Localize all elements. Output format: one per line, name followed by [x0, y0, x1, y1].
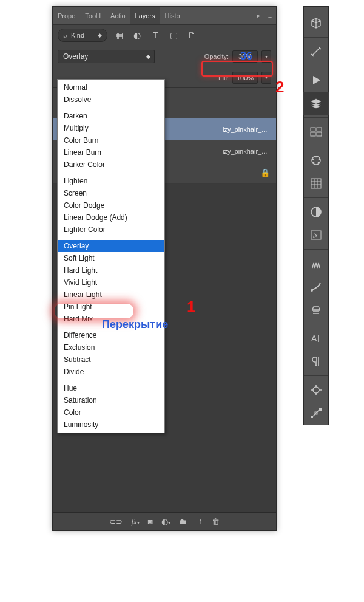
link-layers-icon[interactable]: ⊂⊃ [109, 517, 123, 526]
blend-normal[interactable]: Normal [58, 81, 164, 94]
rail-brush-icon[interactable] [303, 275, 329, 298]
svg-rect-1 [317, 128, 322, 131]
blend-lighter-color[interactable]: Lighter Color [58, 224, 164, 236]
rail-color-grid-icon[interactable] [303, 172, 329, 195]
right-panel-rail: fx A [303, 6, 329, 425]
svg-rect-0 [311, 128, 315, 131]
annotation-2: 2 [275, 78, 284, 97]
opacity-label: Opacity: [204, 53, 229, 60]
layer-name: izy_pinkhair_... [223, 126, 267, 133]
rail-character-icon[interactable]: A [303, 327, 329, 350]
fill-dropdown-icon[interactable]: ▾ [261, 72, 271, 84]
svg-point-9 [312, 159, 314, 160]
svg-text:fx: fx [313, 232, 318, 239]
blend-linear-burn[interactable]: Linear Burn [58, 146, 164, 159]
svg-point-14 [311, 289, 313, 292]
blend-subtract[interactable]: Subtract [58, 354, 164, 366]
chevron-updown-icon: ◆ [146, 54, 150, 59]
rail-swatches-icon[interactable] [303, 149, 329, 172]
svg-point-7 [318, 162, 320, 164]
tab-overflow-icon[interactable]: ▸▸ [251, 12, 264, 19]
rail-channels-icon[interactable] [303, 120, 329, 143]
svg-point-5 [315, 156, 317, 158]
rail-styles-icon[interactable]: fx [303, 224, 329, 247]
filter-shape-icon[interactable]: ▢ [167, 29, 180, 42]
blend-screen[interactable]: Screen [58, 187, 164, 199]
fill-value[interactable]: 100% [232, 72, 258, 84]
rail-paths-icon[interactable] [303, 402, 329, 425]
filter-kind-label: Kind [71, 32, 84, 39]
blend-darken[interactable]: Darken [58, 110, 164, 122]
svg-rect-2 [311, 132, 315, 136]
filter-pixel-icon[interactable]: ▦ [112, 29, 126, 42]
blend-hard-mix[interactable]: Hard Mix [58, 313, 164, 325]
blend-mode-select[interactable]: Overlay ◆ [58, 50, 155, 63]
tab-tool-presets[interactable]: Tool l [80, 7, 106, 24]
blend-color-burn[interactable]: Color Burn [58, 134, 164, 146]
rail-navigator-icon[interactable] [303, 378, 329, 402]
svg-rect-10 [311, 179, 321, 188]
new-group-icon[interactable]: 🖿 [179, 517, 187, 526]
blend-luminosity[interactable]: Luminosity [58, 419, 164, 431]
delete-layer-icon[interactable]: 🗑 [212, 517, 220, 526]
blend-hard-light[interactable]: Hard Light [58, 264, 164, 276]
search-icon: ⌕ [63, 32, 67, 39]
rail-play-icon[interactable] [303, 69, 329, 92]
opacity-dropdown-icon[interactable]: ▾ [261, 50, 271, 63]
rail-brushes-icon[interactable] [303, 252, 329, 275]
blend-color-dodge[interactable]: Color Dodge [58, 199, 164, 211]
blend-pin-light[interactable]: Pin Light [58, 301, 164, 313]
layer-name: izy_pinkhair_... [223, 148, 267, 155]
filter-adjustment-icon[interactable]: ◐ [130, 29, 144, 42]
filter-type-icon[interactable]: T [149, 29, 162, 42]
blend-overlay[interactable]: Overlay [58, 240, 164, 252]
blend-hue[interactable]: Hue [58, 382, 164, 394]
blend-saturation[interactable]: Saturation [58, 394, 164, 406]
blend-vivid-light[interactable]: Vivid Light [58, 276, 164, 289]
blend-difference[interactable]: Difference [58, 329, 164, 341]
blend-color[interactable]: Color [58, 406, 164, 419]
blend-soft-light[interactable]: Soft Light [58, 252, 164, 264]
layer-fx-icon[interactable]: fx▾ [131, 517, 139, 527]
blend-linear-dodge[interactable]: Linear Dodge (Add) [58, 211, 164, 224]
rail-adjustments-icon[interactable] [303, 200, 329, 224]
blend-dissolve[interactable]: Dissolve [58, 94, 164, 106]
svg-point-6 [318, 159, 320, 160]
blend-divide[interactable]: Divide [58, 366, 164, 378]
layer-mask-icon[interactable]: ◙ [148, 517, 153, 526]
panel-tabs: Prope Tool l Actio Layers Histo ▸▸ ≡ [53, 7, 276, 25]
opacity-value[interactable]: 36% [232, 50, 258, 63]
layer-filter-row: ⌕ Kind ◆ ▦ ◐ T ▢ 🗋 [53, 25, 276, 46]
layers-footer: ⊂⊃ fx▾ ◙ ◐▾ 🖿 🗋 🗑 [53, 512, 276, 530]
fill-label: Fill: [218, 74, 229, 81]
rail-paragraph-icon[interactable] [303, 350, 329, 373]
rail-3d-icon[interactable] [303, 12, 329, 35]
svg-point-8 [313, 162, 315, 164]
rail-clone-icon[interactable] [303, 298, 329, 321]
blend-lighten[interactable]: Lighten [58, 175, 164, 187]
tab-properties[interactable]: Prope [53, 7, 80, 24]
blend-exclusion[interactable]: Exclusion [58, 341, 164, 354]
rail-tools-icon[interactable] [303, 40, 329, 63]
chevron-updown-icon: ◆ [98, 33, 102, 38]
lock-icon: 🔒 [260, 168, 270, 177]
blend-darker-color[interactable]: Darker Color [58, 159, 164, 171]
blend-linear-light[interactable]: Linear Light [58, 289, 164, 301]
svg-rect-17 [311, 416, 313, 418]
tab-history[interactable]: Histo [160, 7, 185, 24]
blend-mode-value: Overlay [63, 52, 88, 61]
panel-menu-icon[interactable]: ≡ [264, 12, 276, 19]
rail-layers-icon[interactable] [303, 92, 329, 115]
filter-kind-select[interactable]: ⌕ Kind ◆ [58, 29, 107, 42]
filter-smart-icon[interactable]: 🗋 [185, 29, 198, 42]
svg-text:A: A [311, 333, 317, 343]
blend-opacity-row: Overlay ◆ Opacity: 36% ▾ [53, 46, 276, 67]
svg-point-16 [313, 387, 319, 393]
svg-rect-3 [317, 132, 322, 136]
tab-layers[interactable]: Layers [130, 7, 160, 24]
tab-actions[interactable]: Actio [106, 7, 130, 24]
new-layer-icon[interactable]: 🗋 [195, 517, 203, 526]
svg-rect-18 [319, 408, 322, 411]
blend-multiply[interactable]: Multiply [58, 122, 164, 134]
adjustment-layer-icon[interactable]: ◐▾ [161, 517, 170, 526]
